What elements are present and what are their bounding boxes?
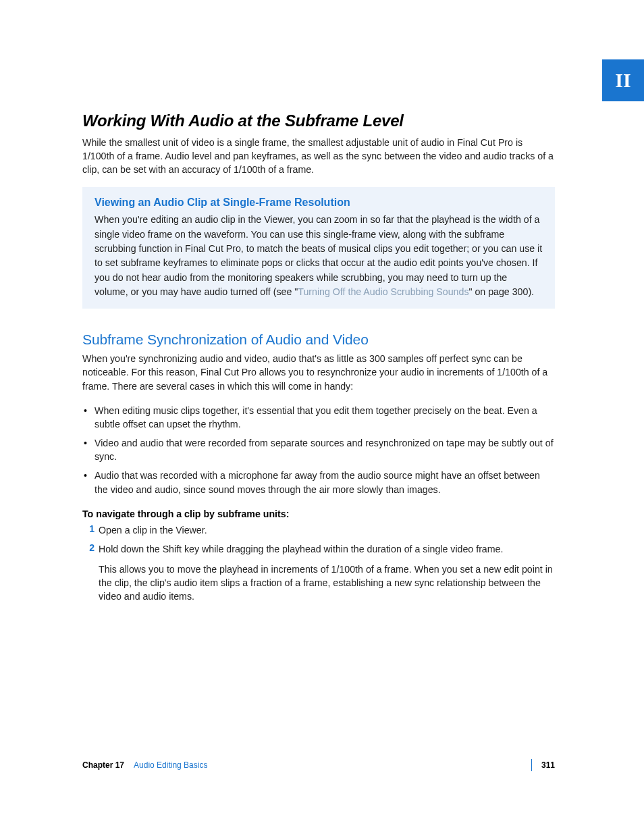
step-follow-paragraph: This allows you to move the playhead in … <box>99 563 555 603</box>
box-text-before: When you're editing an audio clip in the… <box>95 214 542 296</box>
steps-heading: To navigate through a clip by subframe u… <box>82 509 555 519</box>
step-row: 2 Hold down the Shift key while dragging… <box>82 542 555 556</box>
chapter-title: Audio Editing Basics <box>134 760 207 770</box>
footer-right: 311 <box>522 759 555 771</box>
step-text: Open a clip in the Viewer. <box>99 523 207 537</box>
step-number: 1 <box>82 523 95 534</box>
footer-left: Chapter 17 Audio Editing Basics <box>82 760 207 770</box>
page-content: Working With Audio at the Subframe Level… <box>82 111 555 603</box>
list-item: When editing music clips together, it's … <box>82 404 555 431</box>
page-number: 311 <box>541 760 555 770</box>
section-title: Working With Audio at the Subframe Level <box>82 111 555 130</box>
list-item: Audio that was recorded with a microphon… <box>82 469 555 496</box>
step-row: 1 Open a clip in the Viewer. <box>82 523 555 537</box>
intro-paragraph: While the smallest unit of video is a si… <box>82 136 555 176</box>
part-tab: II <box>602 59 644 101</box>
page-footer: Chapter 17 Audio Editing Basics 311 <box>82 759 555 771</box>
cross-reference-link[interactable]: Turning Off the Audio Scrubbing Sounds <box>298 286 468 297</box>
footer-separator <box>531 759 532 771</box>
subsection-heading: Subframe Synchronization of Audio and Vi… <box>82 332 555 348</box>
bullet-list: When editing music clips together, it's … <box>82 404 555 496</box>
box-heading: Viewing an Audio Clip at Single-Frame Re… <box>95 197 543 209</box>
list-item: Video and audio that were recorded from … <box>82 436 555 463</box>
chapter-label: Chapter 17 <box>82 760 124 770</box>
callout-box: Viewing an Audio Clip at Single-Frame Re… <box>82 187 555 309</box>
step-text: Hold down the Shift key while dragging t… <box>99 542 503 556</box>
step-number: 2 <box>82 542 95 553</box>
subsection-intro: When you're synchronizing audio and vide… <box>82 352 555 392</box>
box-text-after: " on page 300). <box>469 286 535 297</box>
box-text: When you're editing an audio clip in the… <box>95 213 543 299</box>
